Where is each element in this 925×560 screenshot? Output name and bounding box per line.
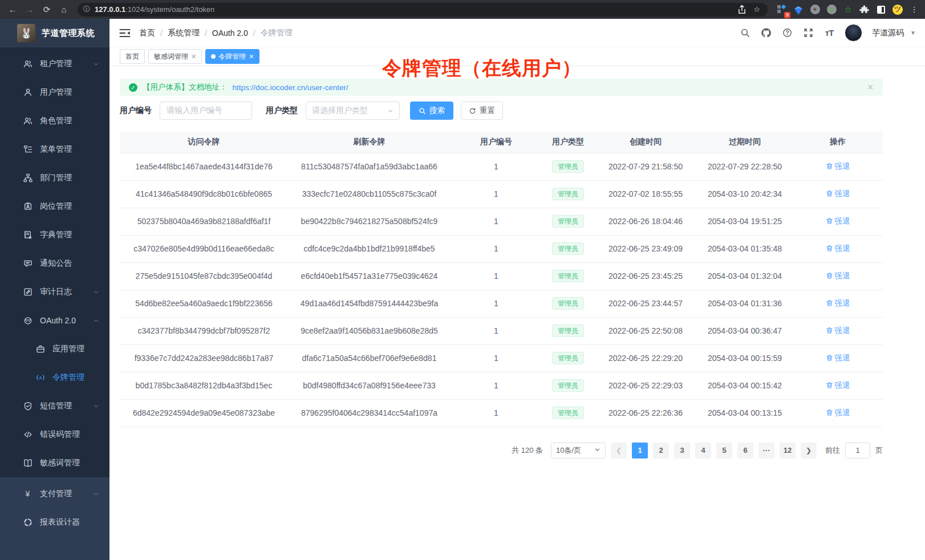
profile-avatar-icon[interactable]: ツ — [892, 5, 903, 15]
force-logout-link[interactable]: 强退 — [826, 408, 850, 418]
reload-icon[interactable]: ⟳ — [40, 3, 54, 17]
force-logout-link[interactable]: 强退 — [826, 189, 850, 199]
sidebar-item-pay[interactable]: ¥支付管理 — [0, 480, 109, 508]
tag-label: 首页 — [125, 52, 139, 62]
force-logout-link[interactable]: 强退 — [826, 353, 850, 363]
tag-令牌管理[interactable]: 令牌管理✕ — [205, 49, 259, 64]
success-check-icon: ✓ — [129, 83, 137, 92]
goto-page-input[interactable] — [845, 443, 870, 458]
force-logout-link[interactable]: 强退 — [826, 244, 850, 254]
doc-link[interactable]: https://doc.iocoder.cn/user-center/ — [233, 83, 348, 92]
font-size-icon[interactable]: тT — [823, 27, 835, 39]
tag-首页[interactable]: 首页 — [120, 49, 145, 64]
home-icon[interactable]: ⌂ — [57, 3, 71, 17]
breadcrumb-separator: / — [160, 29, 163, 38]
puzzle-extensions-icon[interactable] — [859, 5, 870, 15]
user-type-select[interactable]: 请选择用户类型 — [306, 102, 400, 120]
forward-icon[interactable]: → — [23, 3, 36, 17]
sidebar-item-errcode[interactable]: 错误码管理 — [0, 420, 109, 449]
sidebar-item-oauth2-token[interactable]: A令牌管理 — [0, 363, 109, 392]
sidebar-item-label: 租户管理 — [40, 59, 72, 69]
user-name[interactable]: 芋道源码 — [872, 28, 904, 38]
tag-close-icon[interactable]: ✕ — [191, 53, 196, 60]
sidebar-item-oauth2[interactable]: OAuth 2.0 — [0, 306, 109, 335]
sidebar-item-audit[interactable]: 审计日志 — [0, 278, 109, 306]
table-row: 6d842e2924594de9a09e45e087323abe8796295f… — [120, 399, 883, 427]
force-logout-label: 强退 — [835, 380, 850, 391]
star-extension-icon[interactable]: ☆ — [843, 5, 853, 15]
tag-close-icon[interactable]: ✕ — [249, 53, 254, 60]
force-logout-link[interactable]: 强退 — [826, 326, 850, 336]
cell-created-time: 2022-06-25 23:44:57 — [594, 290, 697, 317]
sidebar-item-post[interactable]: 岗位管理 — [0, 192, 109, 221]
sidebar-item-sms[interactable]: 短信管理 — [0, 392, 109, 420]
sidebar-item-notice[interactable]: 通知公告 — [0, 249, 109, 278]
user-type-badge: 管理员 — [552, 242, 584, 255]
sidebar-logo[interactable]: 🐰 芋道管理系统 — [0, 19, 109, 47]
prev-page-button[interactable]: ❮ — [611, 443, 627, 458]
browser-menu-icon[interactable]: ⋮ — [909, 5, 919, 15]
url-text: 127.0.0.1:1024/system/oauth2/token — [95, 5, 214, 14]
page-button-3[interactable]: 3 — [674, 443, 690, 458]
reset-button[interactable]: 重置 — [461, 102, 503, 120]
fullscreen-icon[interactable] — [802, 27, 814, 39]
cell-user-id: 1 — [451, 399, 542, 427]
search-icon[interactable] — [739, 27, 750, 39]
page-button-4[interactable]: 4 — [695, 443, 711, 458]
back-icon[interactable]: ← — [6, 3, 19, 17]
force-logout-link[interactable]: 强退 — [826, 216, 850, 226]
breadcrumb-item[interactable]: 首页 — [139, 28, 155, 38]
alert-close-icon[interactable]: ✕ — [867, 83, 874, 92]
cell-user-id: 1 — [451, 208, 542, 235]
next-page-button[interactable]: ❯ — [801, 443, 817, 458]
collapse-sidebar-icon[interactable] — [119, 27, 131, 39]
site-info-icon[interactable]: ⓘ — [83, 5, 90, 14]
sidebar-item-oauth2-app[interactable]: 应用管理 — [0, 335, 109, 363]
sidebar-item-report[interactable]: 报表设计器 — [0, 508, 109, 537]
force-logout-link[interactable]: 强退 — [826, 161, 850, 172]
cell-expire-time: 2054-03-10 20:42:34 — [697, 180, 793, 208]
page-size-select[interactable]: 10条/页 — [551, 443, 606, 458]
column-header: 过期时间 — [697, 132, 793, 153]
cell-access-token: 502375b8040a469a9b82188afdf6af1f — [120, 208, 288, 235]
side-panel-icon[interactable] — [876, 5, 886, 15]
sidebar-item-role[interactable]: 角色管理 — [0, 107, 109, 135]
sidebar-item-label: 应用管理 — [52, 344, 84, 354]
address-bar[interactable]: ⓘ 127.0.0.1:1024/system/oauth2/token ☆ — [78, 3, 768, 17]
force-logout-link[interactable]: 强退 — [826, 271, 850, 281]
search-button[interactable]: 搜索 — [410, 102, 453, 120]
sidebar-item-sensitive[interactable]: 敏感词管理 — [0, 449, 109, 477]
tag-敏感词管理[interactable]: 敏感词管理✕ — [148, 49, 202, 64]
force-logout-link[interactable]: 强退 — [826, 298, 850, 309]
cell-user-type: 管理员 — [542, 180, 594, 208]
help-icon[interactable] — [781, 27, 793, 39]
sidebar-item-tenant[interactable]: 租户管理 — [0, 50, 109, 78]
command-extension-icon[interactable]: ✳ — [810, 5, 820, 15]
page-button-6[interactable]: 6 — [737, 443, 753, 458]
page-button-2[interactable]: 2 — [653, 443, 669, 458]
user-id-input[interactable]: 请输入用户编号 — [160, 102, 252, 120]
page-button-5[interactable]: 5 — [716, 443, 732, 458]
share-icon[interactable] — [737, 5, 747, 15]
force-logout-label: 强退 — [835, 408, 850, 418]
sidebar-item-dict[interactable]: 字典管理 — [0, 221, 109, 249]
sidebar-item-menu[interactable]: 菜单管理 — [0, 135, 109, 164]
page-button-12[interactable]: 12 — [780, 443, 796, 458]
extension-grid-icon[interactable]: 9 — [777, 5, 787, 15]
force-logout-link[interactable]: 强退 — [826, 380, 850, 391]
user-caret-icon[interactable]: ▼ — [910, 30, 916, 36]
page-ellipsis[interactable]: ··· — [758, 443, 774, 458]
bookmark-star-icon[interactable]: ☆ — [752, 5, 762, 15]
sidebar-item-user[interactable]: 用户管理 — [0, 78, 109, 107]
sidebar-item-dept[interactable]: 部门管理 — [0, 164, 109, 192]
user-avatar[interactable] — [845, 24, 862, 42]
record-extension-icon[interactable] — [826, 5, 837, 15]
gem-extension-icon[interactable] — [793, 5, 804, 15]
page-content: ✓ 【用户体系】文档地址： https://doc.iocoder.cn/use… — [109, 66, 925, 458]
extensions-area: 9 ✳ ☆ ツ ⋮ — [774, 5, 919, 15]
breadcrumb-item[interactable]: OAuth 2.0 — [212, 29, 248, 38]
github-icon[interactable] — [760, 27, 772, 39]
breadcrumb-item[interactable]: 系统管理 — [168, 28, 200, 38]
cell-actions: 强退 — [793, 344, 883, 372]
page-button-1[interactable]: 1 — [632, 443, 648, 458]
